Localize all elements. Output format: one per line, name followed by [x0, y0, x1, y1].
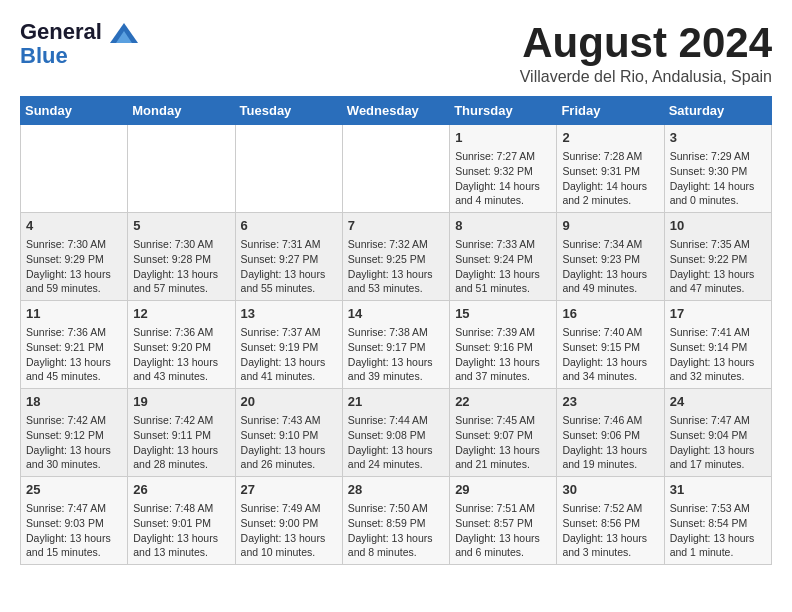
calendar-week-3: 11Sunrise: 7:36 AM Sunset: 9:21 PM Dayli…	[21, 301, 772, 389]
calendar-week-2: 4Sunrise: 7:30 AM Sunset: 9:29 PM Daylig…	[21, 213, 772, 301]
day-number: 28	[348, 481, 444, 499]
day-info: Sunrise: 7:37 AM Sunset: 9:19 PM Dayligh…	[241, 325, 337, 384]
day-info: Sunrise: 7:28 AM Sunset: 9:31 PM Dayligh…	[562, 149, 658, 208]
calendar-cell: 21Sunrise: 7:44 AM Sunset: 9:08 PM Dayli…	[342, 389, 449, 477]
calendar-week-1: 1Sunrise: 7:27 AM Sunset: 9:32 PM Daylig…	[21, 125, 772, 213]
day-info: Sunrise: 7:29 AM Sunset: 9:30 PM Dayligh…	[670, 149, 766, 208]
day-number: 10	[670, 217, 766, 235]
calendar-cell: 29Sunrise: 7:51 AM Sunset: 8:57 PM Dayli…	[450, 476, 557, 564]
day-number: 11	[26, 305, 122, 323]
day-number: 21	[348, 393, 444, 411]
title-section: August 2024 Villaverde del Rio, Andalusi…	[520, 20, 772, 86]
calendar-cell: 3Sunrise: 7:29 AM Sunset: 9:30 PM Daylig…	[664, 125, 771, 213]
day-number: 29	[455, 481, 551, 499]
day-number: 8	[455, 217, 551, 235]
weekday-header-saturday: Saturday	[664, 97, 771, 125]
day-number: 18	[26, 393, 122, 411]
day-number: 27	[241, 481, 337, 499]
calendar-cell: 27Sunrise: 7:49 AM Sunset: 9:00 PM Dayli…	[235, 476, 342, 564]
day-info: Sunrise: 7:32 AM Sunset: 9:25 PM Dayligh…	[348, 237, 444, 296]
day-number: 6	[241, 217, 337, 235]
weekday-header-thursday: Thursday	[450, 97, 557, 125]
day-number: 16	[562, 305, 658, 323]
calendar-cell: 4Sunrise: 7:30 AM Sunset: 9:29 PM Daylig…	[21, 213, 128, 301]
day-info: Sunrise: 7:46 AM Sunset: 9:06 PM Dayligh…	[562, 413, 658, 472]
calendar-cell	[128, 125, 235, 213]
calendar-cell: 12Sunrise: 7:36 AM Sunset: 9:20 PM Dayli…	[128, 301, 235, 389]
weekday-header-sunday: Sunday	[21, 97, 128, 125]
calendar-cell	[235, 125, 342, 213]
day-number: 17	[670, 305, 766, 323]
day-number: 9	[562, 217, 658, 235]
day-number: 4	[26, 217, 122, 235]
day-info: Sunrise: 7:53 AM Sunset: 8:54 PM Dayligh…	[670, 501, 766, 560]
calendar-cell: 26Sunrise: 7:48 AM Sunset: 9:01 PM Dayli…	[128, 476, 235, 564]
day-number: 19	[133, 393, 229, 411]
day-info: Sunrise: 7:48 AM Sunset: 9:01 PM Dayligh…	[133, 501, 229, 560]
weekday-header-tuesday: Tuesday	[235, 97, 342, 125]
day-info: Sunrise: 7:36 AM Sunset: 9:21 PM Dayligh…	[26, 325, 122, 384]
calendar-cell: 1Sunrise: 7:27 AM Sunset: 9:32 PM Daylig…	[450, 125, 557, 213]
day-number: 30	[562, 481, 658, 499]
calendar-cell: 9Sunrise: 7:34 AM Sunset: 9:23 PM Daylig…	[557, 213, 664, 301]
day-number: 25	[26, 481, 122, 499]
day-info: Sunrise: 7:50 AM Sunset: 8:59 PM Dayligh…	[348, 501, 444, 560]
calendar-cell: 31Sunrise: 7:53 AM Sunset: 8:54 PM Dayli…	[664, 476, 771, 564]
calendar-cell: 13Sunrise: 7:37 AM Sunset: 9:19 PM Dayli…	[235, 301, 342, 389]
day-number: 3	[670, 129, 766, 147]
day-info: Sunrise: 7:43 AM Sunset: 9:10 PM Dayligh…	[241, 413, 337, 472]
calendar-cell: 7Sunrise: 7:32 AM Sunset: 9:25 PM Daylig…	[342, 213, 449, 301]
day-info: Sunrise: 7:34 AM Sunset: 9:23 PM Dayligh…	[562, 237, 658, 296]
day-info: Sunrise: 7:30 AM Sunset: 9:28 PM Dayligh…	[133, 237, 229, 296]
calendar-cell: 14Sunrise: 7:38 AM Sunset: 9:17 PM Dayli…	[342, 301, 449, 389]
calendar-cell: 5Sunrise: 7:30 AM Sunset: 9:28 PM Daylig…	[128, 213, 235, 301]
day-info: Sunrise: 7:33 AM Sunset: 9:24 PM Dayligh…	[455, 237, 551, 296]
day-info: Sunrise: 7:52 AM Sunset: 8:56 PM Dayligh…	[562, 501, 658, 560]
calendar-cell: 19Sunrise: 7:42 AM Sunset: 9:11 PM Dayli…	[128, 389, 235, 477]
day-info: Sunrise: 7:38 AM Sunset: 9:17 PM Dayligh…	[348, 325, 444, 384]
day-number: 15	[455, 305, 551, 323]
calendar-cell: 17Sunrise: 7:41 AM Sunset: 9:14 PM Dayli…	[664, 301, 771, 389]
logo-icon	[110, 23, 138, 43]
day-number: 22	[455, 393, 551, 411]
calendar-cell: 20Sunrise: 7:43 AM Sunset: 9:10 PM Dayli…	[235, 389, 342, 477]
weekday-header-monday: Monday	[128, 97, 235, 125]
day-number: 2	[562, 129, 658, 147]
day-info: Sunrise: 7:31 AM Sunset: 9:27 PM Dayligh…	[241, 237, 337, 296]
day-number: 26	[133, 481, 229, 499]
calendar-cell: 15Sunrise: 7:39 AM Sunset: 9:16 PM Dayli…	[450, 301, 557, 389]
calendar-subtitle: Villaverde del Rio, Andalusia, Spain	[520, 68, 772, 86]
logo: General Blue	[20, 20, 140, 68]
calendar-week-4: 18Sunrise: 7:42 AM Sunset: 9:12 PM Dayli…	[21, 389, 772, 477]
day-info: Sunrise: 7:41 AM Sunset: 9:14 PM Dayligh…	[670, 325, 766, 384]
calendar-cell: 18Sunrise: 7:42 AM Sunset: 9:12 PM Dayli…	[21, 389, 128, 477]
day-number: 12	[133, 305, 229, 323]
day-number: 1	[455, 129, 551, 147]
day-number: 20	[241, 393, 337, 411]
weekday-header-wednesday: Wednesday	[342, 97, 449, 125]
calendar-title: August 2024	[520, 20, 772, 66]
day-info: Sunrise: 7:39 AM Sunset: 9:16 PM Dayligh…	[455, 325, 551, 384]
calendar-cell	[21, 125, 128, 213]
calendar-cell: 11Sunrise: 7:36 AM Sunset: 9:21 PM Dayli…	[21, 301, 128, 389]
weekday-header-friday: Friday	[557, 97, 664, 125]
calendar-cell: 16Sunrise: 7:40 AM Sunset: 9:15 PM Dayli…	[557, 301, 664, 389]
calendar-cell	[342, 125, 449, 213]
day-info: Sunrise: 7:35 AM Sunset: 9:22 PM Dayligh…	[670, 237, 766, 296]
day-info: Sunrise: 7:36 AM Sunset: 9:20 PM Dayligh…	[133, 325, 229, 384]
calendar-week-5: 25Sunrise: 7:47 AM Sunset: 9:03 PM Dayli…	[21, 476, 772, 564]
calendar-cell: 23Sunrise: 7:46 AM Sunset: 9:06 PM Dayli…	[557, 389, 664, 477]
calendar-cell: 22Sunrise: 7:45 AM Sunset: 9:07 PM Dayli…	[450, 389, 557, 477]
day-number: 7	[348, 217, 444, 235]
logo-blue: Blue	[20, 44, 140, 68]
day-number: 31	[670, 481, 766, 499]
calendar-cell: 28Sunrise: 7:50 AM Sunset: 8:59 PM Dayli…	[342, 476, 449, 564]
logo-general: General	[20, 19, 102, 44]
day-info: Sunrise: 7:42 AM Sunset: 9:12 PM Dayligh…	[26, 413, 122, 472]
day-info: Sunrise: 7:44 AM Sunset: 9:08 PM Dayligh…	[348, 413, 444, 472]
day-info: Sunrise: 7:51 AM Sunset: 8:57 PM Dayligh…	[455, 501, 551, 560]
page-header: General Blue August 2024 Villaverde del …	[20, 20, 772, 86]
calendar-cell: 24Sunrise: 7:47 AM Sunset: 9:04 PM Dayli…	[664, 389, 771, 477]
calendar-cell: 2Sunrise: 7:28 AM Sunset: 9:31 PM Daylig…	[557, 125, 664, 213]
day-number: 5	[133, 217, 229, 235]
